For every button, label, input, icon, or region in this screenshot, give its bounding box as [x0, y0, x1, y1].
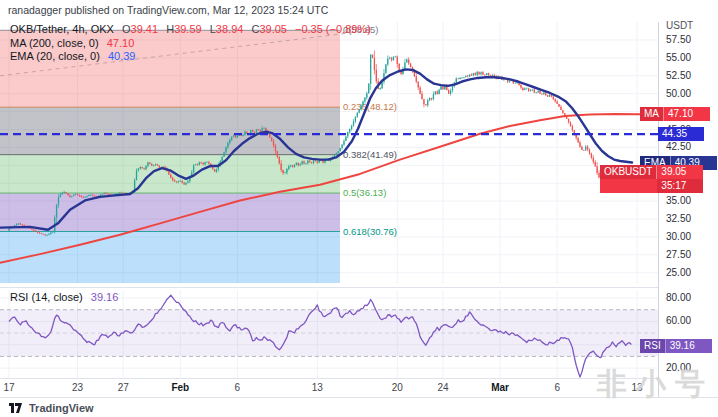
time-tick-label: 17	[0, 382, 26, 393]
tradingview-logo-icon	[9, 403, 23, 413]
price-tick-label: 50.00	[666, 88, 691, 99]
open-value: 39.41	[131, 23, 159, 35]
fib-level-label: 0.618(30.76)	[343, 226, 397, 237]
high-value: 39.59	[174, 23, 202, 35]
ma-axis-label: MA 47.10	[640, 107, 710, 121]
price-tick-label: 55.00	[666, 52, 691, 63]
ma-axis-value: 47.10	[664, 107, 710, 121]
time-tick-label: 6	[220, 382, 254, 393]
fib-level-label: 0.5(36.13)	[343, 187, 386, 198]
rsi-chart-canvas[interactable]	[0, 290, 658, 378]
last-price-axis-value: 39.05	[657, 165, 703, 179]
rsi-axis-value: 39.16	[666, 339, 712, 353]
symbol-legend-row[interactable]: OKB/Tether, 4h, OKX O39.41 H39.59 L38.94…	[10, 23, 371, 37]
bar-countdown: 35:17	[657, 179, 703, 193]
ema-indicator-value: 40.39	[108, 50, 136, 62]
price-tick-label: 57.50	[666, 34, 691, 45]
fib-level-label: 0.382(41.49)	[343, 149, 397, 160]
rsi-tick-label: 80.00	[666, 292, 691, 303]
price-tick-label: 52.50	[666, 70, 691, 81]
rsi-indicator-label: RSI (14, close)	[10, 291, 83, 303]
rsi-pane[interactable]	[0, 290, 658, 378]
chart-legend: OKB/Tether, 4h, OKX O39.41 H39.59 L38.94…	[10, 23, 371, 64]
time-tick-label: 24	[426, 382, 460, 393]
close-value: 39.05	[259, 23, 287, 35]
symbol-title: OKB/Tether, 4h, OKX	[10, 23, 114, 35]
publish-byline: ranadagger published on TradingView.com,…	[8, 4, 328, 16]
time-tick-label: 13	[300, 382, 334, 393]
fib-level-label: 0.236(48.12)	[343, 101, 397, 112]
rsi-tick-label: 60.00	[666, 315, 691, 326]
price-tick-label: 32.50	[666, 213, 691, 224]
ma-axis-tag: MA	[640, 107, 664, 121]
price-tick-label: 42.50	[666, 141, 691, 152]
ma-indicator-value: 47.10	[107, 37, 135, 49]
time-tick-label: Mar	[483, 382, 517, 393]
price-tick-label: 30.00	[666, 231, 691, 242]
time-tick-label: Feb	[163, 382, 197, 393]
ma-legend-row[interactable]: MA (200, close, 0) 47.10	[10, 37, 371, 51]
rsi-axis-tag: RSI	[640, 339, 666, 353]
tradingview-chart-screenshot: ranadagger published on TradingView.com,…	[0, 0, 718, 417]
ma-indicator-label: MA (200, close, 0)	[10, 37, 99, 49]
time-axis[interactable]: 172327Feb6132024Mar613	[0, 378, 718, 398]
last-price-axis-label: OKBUSDT 39.05 35:17	[600, 165, 703, 193]
open-label: O	[122, 23, 131, 35]
price-tick-label: 25.00	[666, 267, 691, 278]
rsi-indicator-value: 39.16	[91, 291, 119, 303]
rsi-axis-label: RSI 39.16	[640, 339, 712, 353]
level-axis-value: 44.35	[658, 127, 704, 141]
time-tick-label: 23	[61, 382, 95, 393]
rsi-tick-label: 20.00	[666, 362, 691, 373]
rsi-legend-row[interactable]: RSI (14, close) 39.16	[10, 291, 118, 303]
ema-indicator-label: EMA (20, close, 0)	[10, 50, 100, 62]
price-tick-label: 27.50	[666, 249, 691, 260]
horizontal-level-axis-label: 44.35	[658, 127, 704, 141]
time-tick-label: 20	[380, 382, 414, 393]
high-label: H	[166, 23, 174, 35]
pane-divider[interactable]	[0, 287, 718, 288]
ema-legend-row[interactable]: EMA (20, close, 0) 40.39	[10, 50, 371, 64]
tradingview-brand-text: TradingView	[29, 402, 94, 414]
low-value: 38.94	[216, 23, 244, 35]
time-tick-label: 6	[540, 382, 574, 393]
axis-unit-label: USDT	[666, 20, 693, 31]
symbol-axis-tag: OKBUSDT	[600, 165, 657, 179]
attribution-bar: TradingView	[0, 397, 718, 417]
change-value: −0.35 (−0.89%)	[295, 23, 371, 35]
time-tick-label: 27	[106, 382, 140, 393]
time-tick-label: 13	[620, 382, 654, 393]
price-tick-label: 35.00	[666, 195, 691, 206]
